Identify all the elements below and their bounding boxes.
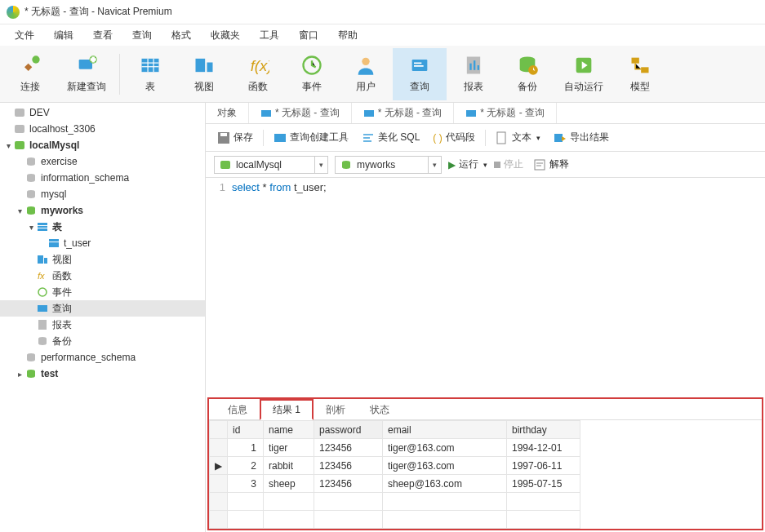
beautify-sql-button[interactable]: 美化 SQL	[358, 129, 423, 146]
menu-edit[interactable]: 编辑	[44, 25, 83, 46]
query-builder-button[interactable]: 查询创建工具	[270, 129, 352, 146]
toolbar-report-button[interactable]: 报表	[447, 48, 500, 100]
tree-events-folder[interactable]: 事件	[0, 284, 205, 300]
cell-password[interactable]: 123456	[314, 439, 383, 457]
toolbar-connect-button[interactable]: 连接	[3, 48, 57, 100]
result-tab-status[interactable]: 状态	[358, 399, 402, 419]
tree-db-mysql[interactable]: mysql	[0, 186, 205, 202]
tree-db-exercise[interactable]: exercise	[0, 153, 205, 170]
menu-query[interactable]: 查询	[122, 25, 162, 46]
result-grid[interactable]: id name password email birthday 1 tiger	[209, 420, 762, 529]
content-tabs: 对象 * 无标题 - 查询 * 无标题 - 查询 * 无标题 - 查询	[206, 103, 765, 124]
toolbar-model-button[interactable]: 模型	[613, 48, 667, 100]
menu-favorites[interactable]: 收藏夹	[201, 25, 250, 46]
toolbar-view-label: 视图	[194, 80, 214, 94]
toolbar-newquery-button[interactable]: 新建查询	[57, 48, 116, 100]
tree-db-test[interactable]: ▸test	[0, 366, 205, 382]
cell-password[interactable]: 123456	[314, 457, 383, 475]
toolbar-user-button[interactable]: 用户	[339, 48, 393, 100]
cell-name[interactable]: sheep	[264, 475, 314, 493]
cell-name[interactable]: tiger	[264, 439, 314, 457]
save-button[interactable]: 保存	[214, 129, 256, 146]
chevron-down-icon[interactable]: ▾	[26, 223, 36, 232]
col-header-birthday[interactable]: birthday	[507, 421, 580, 439]
tree-db-infoschema[interactable]: information_schema	[0, 170, 205, 186]
menu-window[interactable]: 窗口	[289, 25, 328, 46]
svg-rect-16	[414, 63, 421, 64]
cell-birthday[interactable]: 1994-12-01	[507, 439, 580, 457]
export-result-button[interactable]: 导出结果	[550, 129, 612, 146]
tree-queries-folder[interactable]: 查询	[0, 300, 205, 317]
cell-name[interactable]: rabbit	[264, 457, 314, 475]
menu-file[interactable]: 文件	[5, 25, 44, 46]
cell-email[interactable]: tiger@163.com	[383, 439, 507, 457]
col-header-password[interactable]: password	[314, 421, 383, 439]
cell-birthday[interactable]: 1995-07-15	[507, 475, 580, 493]
tree-conn-localmysql[interactable]: ▾localMysql	[0, 137, 205, 153]
tab-objects[interactable]: 对象	[206, 103, 249, 123]
cell-birthday[interactable]: 1997-06-11	[507, 457, 580, 475]
result-tab-result1[interactable]: 结果 1	[260, 399, 314, 420]
cell-password[interactable]: 123456	[314, 475, 383, 493]
toolbar-autorun-button[interactable]: 自动运行	[554, 48, 613, 100]
toolbar-query-button[interactable]: 查询	[393, 48, 447, 100]
result-tab-info[interactable]: 信息	[216, 399, 260, 419]
connection-select[interactable]: localMysql ▾	[214, 156, 328, 174]
cell-id[interactable]: 2	[228, 457, 264, 475]
cell-email[interactable]: sheep@163.com	[383, 475, 507, 493]
cell-email[interactable]: tiger@163.com	[383, 457, 507, 475]
tree-backups-folder[interactable]: 备份	[0, 333, 205, 349]
cell-id[interactable]: 3	[228, 475, 264, 493]
tree-db-perfschema[interactable]: performance_schema	[0, 349, 205, 366]
toolbar-backup-button[interactable]: 备份	[500, 48, 554, 100]
menu-view[interactable]: 查看	[83, 25, 122, 46]
database-icon	[24, 155, 38, 168]
tab-query-2[interactable]: * 无标题 - 查询	[352, 103, 455, 123]
menu-format[interactable]: 格式	[162, 25, 201, 46]
explain-button[interactable]: 解释	[530, 156, 572, 173]
code-snippet-button[interactable]: ( )代码段	[429, 129, 478, 146]
tree-functions-folder[interactable]: fx函数	[0, 268, 205, 284]
toolbar-table-button[interactable]: 表	[123, 48, 177, 100]
tab-query-3[interactable]: * 无标题 - 查询	[454, 103, 557, 123]
database-select[interactable]: myworks ▾	[335, 156, 442, 174]
tree-tables-folder[interactable]: ▾表	[0, 219, 205, 235]
chevron-down-icon[interactable]: ▾	[15, 206, 24, 215]
tree-db-myworks[interactable]: ▾myworks	[0, 202, 205, 219]
tree-views-folder[interactable]: 视图	[0, 251, 205, 268]
menu-help[interactable]: 帮助	[328, 25, 367, 46]
toolbar-view-button[interactable]: 视图	[177, 48, 231, 100]
tree-reports-folder[interactable]: 报表	[0, 317, 205, 333]
view-icon	[193, 54, 216, 77]
toolbar-function-button[interactable]: f(x) 函数	[231, 48, 285, 100]
result-tab-profile[interactable]: 剖析	[314, 399, 358, 419]
menu-tools[interactable]: 工具	[250, 25, 289, 46]
tree-conn-dev[interactable]: DEV	[0, 104, 205, 121]
tree-table-tuser[interactable]: t_user	[0, 235, 205, 251]
table-row-empty	[210, 493, 580, 511]
col-header-name[interactable]: name	[264, 421, 314, 439]
col-header-email[interactable]: email	[383, 421, 507, 439]
chevron-down-icon[interactable]: ▾	[428, 157, 441, 173]
database-open-icon	[24, 367, 38, 380]
tree-conn-localhost[interactable]: localhost_3306	[0, 121, 205, 137]
chevron-right-icon[interactable]: ▸	[15, 370, 24, 379]
chevron-down-icon[interactable]: ▾	[314, 157, 327, 173]
toolbar-model-label: 模型	[630, 80, 650, 94]
table-row[interactable]: ▶ 2 rabbit 123456 tiger@163.com 1997-06-…	[210, 457, 580, 475]
text-button[interactable]: 文本▾	[492, 129, 544, 146]
svg-rect-6	[142, 63, 159, 64]
cell-id[interactable]: 1	[228, 439, 264, 457]
col-header-id[interactable]: id	[228, 421, 264, 439]
svg-rect-40	[44, 258, 47, 264]
chevron-down-icon[interactable]: ▾	[3, 141, 13, 150]
sql-code[interactable]: select * from t_user;	[232, 181, 765, 392]
sql-editor[interactable]: 1 select * from t_user;	[206, 178, 765, 396]
table-row[interactable]: 3 sheep 123456 sheep@163.com 1995-07-15	[210, 475, 580, 493]
toolbar-event-button[interactable]: 事件	[285, 48, 339, 100]
stop-button[interactable]: 停止	[494, 157, 523, 171]
run-button[interactable]: ▶运行▾	[448, 157, 487, 171]
connection-tree[interactable]: DEV localhost_3306 ▾localMysql exercise …	[0, 103, 206, 532]
tab-query-1[interactable]: * 无标题 - 查询	[249, 103, 352, 123]
table-row[interactable]: 1 tiger 123456 tiger@163.com 1994-12-01	[210, 439, 580, 457]
